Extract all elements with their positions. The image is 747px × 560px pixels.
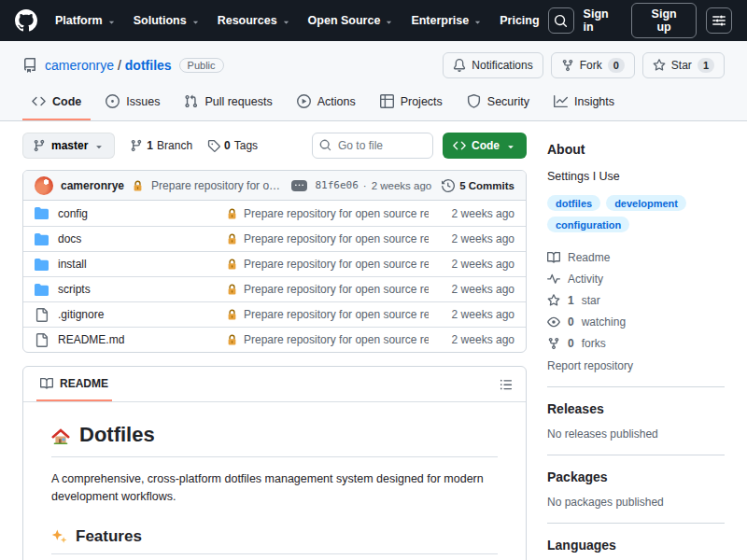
lock-icon — [226, 283, 238, 296]
nav-item-platform[interactable]: Platform — [47, 8, 125, 33]
search-button[interactable] — [548, 7, 574, 34]
repo-name-link[interactable]: dotfiles — [125, 58, 172, 73]
meta-item-activity[interactable]: Activity — [547, 268, 725, 289]
top-navigation: PlatformSolutionsResourcesOpen SourceEnt… — [0, 0, 747, 41]
nav-item-enterprise[interactable]: Enterprise — [402, 8, 491, 33]
file-row[interactable]: scriptsPrepare repository for open sourc… — [23, 276, 526, 301]
file-commit-link[interactable]: Prepare repository for open source relea… — [244, 308, 429, 321]
file-row[interactable]: .gitignorePrepare repository for open so… — [23, 301, 526, 327]
file-name-link[interactable]: install — [58, 258, 87, 271]
star-button[interactable]: Star1 — [642, 52, 725, 78]
readme-body: Dotfiles A comprehensive, cross-platform… — [23, 402, 526, 560]
file-name-link[interactable]: config — [58, 207, 88, 220]
chevron-down-icon — [190, 14, 201, 27]
chevron-down-icon — [281, 14, 291, 27]
file-commit-time: 2 weeks ago — [429, 283, 514, 296]
packages-section: Packages No packages published — [547, 469, 725, 509]
commit-author-avatar[interactable] — [35, 176, 53, 195]
tab-security[interactable]: Security — [458, 86, 539, 120]
file-name-link[interactable]: .gitignore — [58, 308, 104, 321]
visibility-badge: Public — [179, 58, 224, 73]
tags-link[interactable]: 0Tags — [207, 139, 258, 152]
issue-icon — [106, 94, 120, 108]
file-row[interactable]: README.mdPrepare repository for open sou… — [23, 327, 526, 352]
languages-title: Languages — [547, 538, 725, 553]
nav-item-pricing[interactable]: Pricing — [491, 8, 547, 33]
sign-up-button[interactable]: Sign up — [631, 3, 697, 38]
meta-item-watching[interactable]: 0watching — [547, 311, 725, 332]
releases-section: Releases No releases published — [547, 401, 725, 441]
file-commit-link[interactable]: Prepare repository for open source relea… — [244, 333, 429, 346]
report-repository-link[interactable]: Report repository — [547, 359, 725, 372]
file-name-link[interactable]: docs — [58, 232, 81, 245]
repo-owner-link[interactable]: cameronrye — [45, 58, 114, 73]
fork-count-badge: 0 — [608, 58, 625, 73]
nav-item-label: Open Source — [308, 14, 381, 27]
meta-item-star[interactable]: 1star — [547, 289, 725, 311]
tab-actions[interactable]: Actions — [288, 86, 365, 120]
commit-message-link[interactable]: Prepare repository for open source relea… — [151, 179, 284, 192]
readme-intro: A comprehensive, cross-platform dotfiles… — [51, 470, 498, 507]
meta-label: star — [582, 294, 600, 307]
github-logo-icon[interactable] — [15, 9, 37, 32]
code-icon — [32, 94, 46, 108]
latest-commit-bar: cameronrye Prepare repository for open s… — [23, 171, 526, 201]
file-commit-link[interactable]: Prepare repository for open source relea… — [244, 207, 429, 220]
commit-author-link[interactable]: cameronrye — [61, 179, 124, 192]
readme-tab[interactable]: README — [36, 367, 112, 401]
commit-hash-link[interactable]: 81f6e06 — [315, 179, 358, 191]
file-commit-link[interactable]: Prepare repository for open source relea… — [244, 232, 429, 245]
outline-icon[interactable] — [500, 378, 513, 391]
nav-item-resources[interactable]: Resources — [209, 8, 300, 33]
topic-chip-configuration[interactable]: configuration — [547, 217, 629, 232]
file-name-link[interactable]: README.md — [58, 333, 124, 346]
lock-icon — [226, 308, 238, 321]
branch-selector[interactable]: master — [22, 133, 115, 159]
sign-in-link[interactable]: Sign in — [584, 7, 623, 34]
file-row[interactable]: installPrepare repository for open sourc… — [23, 251, 526, 276]
file-commit-time: 2 weeks ago — [429, 258, 514, 271]
file-commit-time: 2 weeks ago — [429, 333, 514, 346]
sparkles-emoji-icon — [51, 527, 68, 546]
file-commit-link[interactable]: Prepare repository for open source relea… — [244, 258, 429, 271]
code-dropdown-button[interactable]: Code — [443, 133, 527, 159]
file-name-cell: install — [35, 258, 226, 272]
table-icon — [380, 94, 394, 108]
tab-label: Security — [487, 95, 529, 108]
file-row[interactable]: docsPrepare repository for open source r… — [23, 226, 526, 251]
tab-pull-requests[interactable]: Pull requests — [175, 86, 281, 120]
tab-insights[interactable]: Insights — [544, 86, 624, 120]
file-commit-time: 2 weeks ago — [429, 308, 514, 321]
commit-kebab-button[interactable] — [291, 180, 307, 191]
packages-empty-text: No packages published — [547, 496, 725, 509]
file-name-cell: scripts — [35, 283, 226, 297]
nav-item-label: Resources — [218, 14, 277, 27]
go-to-file-wrap — [312, 133, 433, 159]
meta-count: 0 — [568, 337, 574, 350]
notifications-button[interactable]: Notifications — [443, 52, 543, 78]
file-commit-link[interactable]: Prepare repository for open source relea… — [244, 283, 429, 296]
file-row[interactable]: configPrepare repository for open source… — [23, 201, 526, 226]
branches-link[interactable]: 1Branch — [130, 139, 192, 152]
meta-item-forks[interactable]: 0forks — [547, 332, 725, 354]
nav-item-solutions[interactable]: Solutions — [125, 8, 209, 33]
tab-code[interactable]: Code — [22, 86, 91, 120]
file-commit-message: Prepare repository for open source relea… — [226, 232, 429, 245]
file-name-link[interactable]: scripts — [58, 283, 91, 296]
nav-item-label: Enterprise — [411, 14, 469, 27]
commit-history-link[interactable]: 5 Commits — [442, 179, 514, 192]
fork-button[interactable]: Fork0 — [551, 52, 635, 78]
meta-item-readme[interactable]: Readme — [547, 246, 725, 268]
tab-issues[interactable]: Issues — [96, 86, 169, 120]
nav-item-open-source[interactable]: Open Source — [300, 8, 403, 33]
topic-chip-development[interactable]: development — [606, 195, 686, 211]
command-palette-button[interactable] — [706, 7, 732, 34]
topic-chip-dotfiles[interactable]: dotfiles — [547, 195, 600, 211]
tab-label: Pull requests — [204, 95, 272, 108]
meta-label: Activity — [568, 273, 603, 286]
tab-projects[interactable]: Projects — [371, 86, 452, 120]
file-name-cell: docs — [35, 232, 226, 246]
readme-title: Dotfiles — [51, 423, 498, 457]
repo-tabs: CodeIssuesPull requestsActionsProjectsSe… — [15, 86, 732, 120]
chevron-down-icon — [106, 14, 117, 27]
